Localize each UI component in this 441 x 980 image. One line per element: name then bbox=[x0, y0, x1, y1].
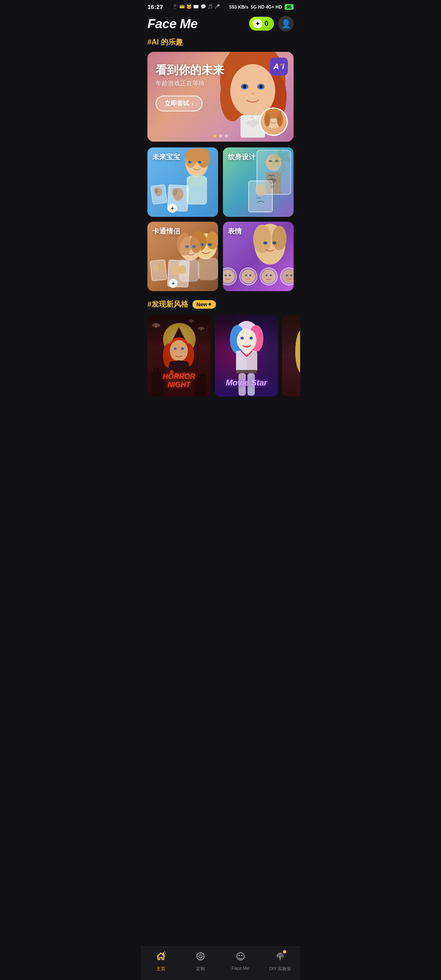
avatar-button[interactable]: 👤 bbox=[278, 16, 294, 31]
svg-rect-73 bbox=[154, 368, 156, 374]
svg-point-22 bbox=[187, 174, 207, 186]
style-card-movie[interactable]: Movie Star bbox=[215, 315, 278, 396]
svg-point-81 bbox=[170, 340, 188, 361]
svg-point-63 bbox=[245, 274, 247, 276]
svg-point-45 bbox=[192, 245, 196, 248]
card-cartoon[interactable]: 卡通情侣 bbox=[147, 222, 218, 291]
hero-title: 看到你的未来 bbox=[156, 63, 224, 77]
svg-point-64 bbox=[249, 274, 251, 276]
hero-banner[interactable]: ↪ A✦i 看到你的未来 年龄游戏正在等待 立即尝试 › bbox=[147, 52, 294, 142]
hero-dot-3[interactable] bbox=[225, 134, 228, 138]
svg-point-59 bbox=[223, 270, 235, 284]
hero-face-circle bbox=[259, 107, 288, 136]
network-speed: 593 KB/s bbox=[229, 4, 248, 9]
svg-point-61 bbox=[229, 274, 231, 276]
card-tattoo[interactable]: 纹身设计 bbox=[223, 147, 294, 217]
hero-btn-arrow: › bbox=[192, 100, 194, 107]
card-baby[interactable]: 未来宝宝 bbox=[147, 147, 218, 217]
style-cards-row: 🦇 🦇 🦇 bbox=[141, 315, 300, 437]
svg-point-65 bbox=[261, 270, 276, 284]
svg-point-20 bbox=[198, 161, 201, 163]
svg-rect-47 bbox=[198, 258, 218, 280]
style-card-insta[interactable]: Insta... bbox=[282, 315, 300, 396]
person-icon: 👤 bbox=[281, 19, 291, 29]
card-tattoo-label: 纹身设计 bbox=[228, 152, 256, 162]
hero-content: 看到你的未来 年龄游戏正在等待 立即尝试 › bbox=[156, 63, 224, 111]
svg-point-68 bbox=[282, 270, 294, 284]
svg-point-92 bbox=[249, 337, 253, 340]
mini-photo-c1 bbox=[149, 259, 167, 281]
svg-point-57 bbox=[263, 241, 267, 245]
ai-badge-text: A✦i bbox=[274, 62, 284, 71]
header: Face Me ✦ 0 👤 bbox=[141, 12, 300, 37]
hero-dot-1[interactable] bbox=[213, 134, 216, 138]
style-section-header: #发现新风格 New✦ bbox=[141, 297, 300, 315]
svg-point-55 bbox=[253, 225, 271, 253]
svg-point-91 bbox=[241, 337, 244, 340]
svg-point-7 bbox=[259, 85, 263, 88]
status-bar: 16:27 📱 💳 🐱 ✉️ 💬 🎵 🎤 593 KB/s 5G HD 4G+ … bbox=[141, 0, 300, 12]
hero-dot-2[interactable] bbox=[219, 134, 222, 138]
hero-dots bbox=[213, 134, 228, 138]
svg-point-40 bbox=[208, 243, 212, 246]
beach-icon: 🌴 bbox=[267, 149, 293, 173]
movie-star-label: Movie Star bbox=[226, 378, 267, 388]
emo-face-2 bbox=[239, 267, 257, 285]
style-card-horror[interactable]: 🦇 🦇 🦇 bbox=[147, 315, 211, 396]
svg-point-38 bbox=[206, 232, 218, 249]
coin-icon: ✦ bbox=[253, 19, 262, 28]
card-emotion[interactable]: 表情 bbox=[223, 222, 294, 291]
app-title: Face Me bbox=[147, 16, 198, 31]
header-right: ✦ 0 👤 bbox=[249, 16, 294, 31]
svg-point-14 bbox=[277, 113, 283, 127]
horror-label: HORROR NIGHT bbox=[163, 373, 196, 389]
svg-point-67 bbox=[270, 274, 272, 276]
svg-point-70 bbox=[290, 274, 292, 276]
svg-point-42 bbox=[177, 233, 192, 256]
emo-face-4 bbox=[280, 267, 294, 285]
hero-btn-label: 立即尝试 bbox=[165, 100, 189, 107]
svg-point-60 bbox=[225, 274, 227, 276]
svg-rect-74 bbox=[157, 368, 159, 374]
card-emotion-label: 表情 bbox=[228, 227, 242, 236]
svg-point-43 bbox=[190, 234, 202, 253]
hero-try-button[interactable]: 立即尝试 › bbox=[156, 96, 203, 111]
add-button-baby[interactable]: + bbox=[168, 204, 177, 213]
status-time: 16:27 bbox=[147, 3, 163, 10]
card-baby-label: 未来宝宝 bbox=[152, 152, 180, 162]
svg-point-18 bbox=[185, 148, 209, 163]
svg-point-44 bbox=[185, 245, 189, 248]
svg-point-19 bbox=[188, 161, 192, 163]
status-icons: 📱 💳 🐱 ✉️ 💬 🎵 🎤 bbox=[172, 4, 220, 9]
coin-badge[interactable]: ✦ 0 bbox=[249, 17, 274, 31]
emo-face-1 bbox=[223, 267, 237, 285]
svg-point-69 bbox=[286, 274, 288, 276]
svg-point-83 bbox=[181, 347, 184, 350]
svg-point-82 bbox=[174, 347, 177, 350]
network-type: 5G HD 4G+ HD bbox=[251, 4, 282, 9]
battery: 95 bbox=[285, 4, 294, 10]
add-button-cartoon[interactable]: + bbox=[169, 279, 178, 288]
ai-section-title: #AI 的乐趣 bbox=[141, 37, 300, 52]
svg-point-58 bbox=[272, 241, 276, 245]
style-section-title: #发现新风格 bbox=[147, 299, 188, 309]
new-badge: New✦ bbox=[192, 300, 216, 309]
horror-text-line1: HORROR bbox=[163, 373, 196, 381]
emotion-faces-row bbox=[223, 267, 294, 285]
svg-rect-75 bbox=[194, 374, 206, 396]
app-icons: 📱 💳 🐱 ✉️ 💬 🎵 🎤 bbox=[172, 4, 220, 9]
emo-face-3 bbox=[260, 267, 278, 285]
svg-rect-95 bbox=[236, 370, 257, 373]
svg-point-13 bbox=[264, 113, 270, 127]
hero-subtitle: 年龄游戏正在等待 bbox=[156, 80, 224, 87]
mini-photo-1 bbox=[150, 184, 167, 205]
status-right: 593 KB/s 5G HD 4G+ HD 95 bbox=[229, 4, 294, 10]
svg-point-62 bbox=[241, 270, 255, 284]
svg-point-99 bbox=[295, 329, 300, 374]
svg-rect-72 bbox=[151, 372, 164, 396]
card-cartoon-label: 卡通情侣 bbox=[152, 227, 180, 236]
svg-point-6 bbox=[243, 85, 246, 88]
horror-text-line2: NIGHT bbox=[163, 381, 196, 389]
svg-point-56 bbox=[272, 226, 287, 250]
new-badge-text: New✦ bbox=[196, 301, 212, 307]
